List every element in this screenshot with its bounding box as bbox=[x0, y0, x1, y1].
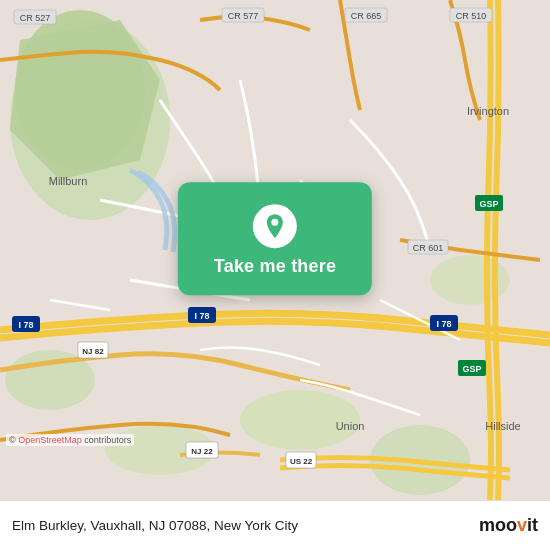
bottom-bar: Elm Burkley, Vauxhall, NJ 07088, New Yor… bbox=[0, 500, 550, 550]
svg-text:CR 527: CR 527 bbox=[20, 13, 51, 23]
svg-text:GSP: GSP bbox=[479, 199, 498, 209]
svg-text:NJ 82: NJ 82 bbox=[82, 347, 104, 356]
svg-text:CR 577: CR 577 bbox=[228, 11, 259, 21]
svg-text:Hillside: Hillside bbox=[485, 420, 520, 432]
svg-text:CR 665: CR 665 bbox=[351, 11, 382, 21]
map-container: CR 527 CR 577 CR 665 CR 510 I 78 I 78 I … bbox=[0, 0, 550, 500]
svg-text:I 78: I 78 bbox=[18, 320, 33, 330]
osm-credit-text: © OpenStreetMap contributors bbox=[9, 435, 131, 445]
cta-label: Take me there bbox=[214, 256, 336, 277]
svg-point-5 bbox=[430, 255, 510, 305]
moovit-logo: moovit bbox=[479, 515, 538, 536]
svg-text:Millburn: Millburn bbox=[49, 175, 88, 187]
svg-text:Irvington: Irvington bbox=[467, 105, 509, 117]
svg-text:NJ 22: NJ 22 bbox=[191, 447, 213, 456]
osm-credit: © OpenStreetMap contributors bbox=[6, 434, 134, 446]
pin-icon-wrapper bbox=[253, 204, 297, 248]
location-pin-icon bbox=[263, 212, 287, 240]
svg-text:GSP: GSP bbox=[462, 364, 481, 374]
moovit-logo-text: moovit bbox=[479, 515, 538, 536]
svg-text:CR 601: CR 601 bbox=[413, 243, 444, 253]
take-me-there-button[interactable]: Take me there bbox=[178, 182, 372, 295]
svg-text:US 22: US 22 bbox=[290, 457, 313, 466]
svg-point-39 bbox=[271, 219, 278, 226]
svg-text:I 78: I 78 bbox=[194, 311, 209, 321]
address-text: Elm Burkley, Vauxhall, NJ 07088, New Yor… bbox=[12, 518, 479, 533]
svg-text:CR 510: CR 510 bbox=[456, 11, 487, 21]
svg-text:I 78: I 78 bbox=[436, 319, 451, 329]
svg-text:Union: Union bbox=[336, 420, 365, 432]
